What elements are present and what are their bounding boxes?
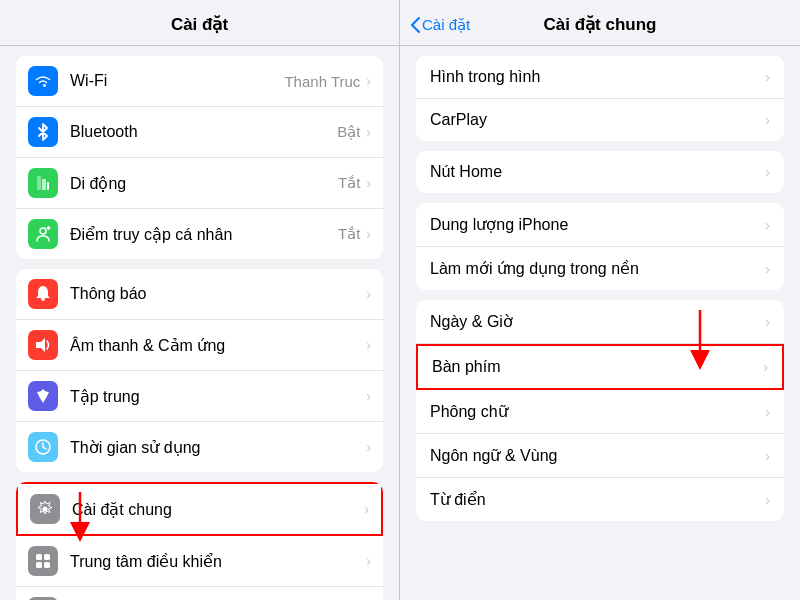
right-panel: Cài đặt Cài đặt chung Hình trong hình › … [400,0,800,600]
bluetooth-label: Bluetooth [70,123,337,141]
sound-chevron: › [366,337,371,353]
right-item-language[interactable]: Ngôn ngữ & Vùng › [416,434,784,478]
right-item-carplay[interactable]: CarPlay › [416,99,784,141]
right-section-3: Dung lượng iPhone › Làm mới ứng dụng tro… [416,203,784,290]
bot-section: Cài đặt chung › Trung tâm điều khiển › [16,482,383,600]
left-header: Cài đặt [0,0,399,46]
mobile-icon [28,168,58,198]
right-item-refresh[interactable]: Làm mới ứng dụng trong nền › [416,247,784,290]
picture-chevron: › [765,69,770,85]
settings-item-bluetooth[interactable]: Bluetooth Bật › [16,107,383,158]
focus-icon [28,381,58,411]
back-button[interactable]: Cài đặt [410,16,470,34]
svg-rect-2 [47,182,49,190]
focus-chevron: › [366,388,371,404]
keyboard-label: Bàn phím [432,358,763,376]
svg-rect-0 [37,176,41,190]
right-section-4-wrapper: Ngày & Giờ › Bàn phím › Phông chữ › Ngôn… [400,300,800,521]
back-label: Cài đặt [422,16,470,34]
right-content: Hình trong hình › CarPlay › Nút Home › D… [400,46,800,600]
bluetooth-chevron: › [366,124,371,140]
control-chevron: › [366,553,371,569]
datetime-label: Ngày & Giờ [430,312,765,331]
right-section-1: Hình trong hình › CarPlay › [416,56,784,141]
personal-value: Tắt [338,225,360,243]
svg-marker-4 [36,338,45,352]
screentime-chevron: › [366,439,371,455]
notif-label: Thông báo [70,285,366,303]
right-item-dictionary[interactable]: Từ điển › [416,478,784,521]
svg-point-3 [40,228,46,234]
wifi-chevron: › [366,73,371,89]
general-label: Cài đặt chung [72,500,364,519]
general-chevron: › [364,501,369,517]
settings-item-control[interactable]: Trung tâm điều khiển › [16,536,383,587]
datetime-chevron: › [765,314,770,330]
picture-label: Hình trong hình [430,68,765,86]
right-item-storage[interactable]: Dung lượng iPhone › [416,203,784,247]
personal-chevron: › [366,226,371,242]
svg-rect-9 [36,562,42,568]
carplay-label: CarPlay [430,111,765,129]
keyboard-chevron: › [763,359,768,375]
settings-item-screentime[interactable]: Thời gian sử dụng › [16,422,383,472]
sound-label: Âm thanh & Cảm ứng [70,336,366,355]
settings-item-notif[interactable]: Thông báo › [16,269,383,320]
right-header: Cài đặt Cài đặt chung [400,0,800,46]
notif-chevron: › [366,286,371,302]
wifi-label: Wi-Fi [70,72,284,90]
screentime-label: Thời gian sử dụng [70,438,366,457]
right-item-keyboard[interactable]: Bàn phím › [416,344,784,390]
bluetooth-value: Bật [337,123,360,141]
focus-label: Tập trung [70,387,366,406]
dictionary-label: Từ điển [430,490,765,509]
wifi-icon [28,66,58,96]
storage-chevron: › [765,217,770,233]
storage-label: Dung lượng iPhone [430,215,765,234]
mobile-value: Tắt [338,174,360,192]
settings-item-focus[interactable]: Tập trung › [16,371,383,422]
right-title: Cài đặt chung [544,14,657,35]
settings-item-sound[interactable]: Âm thanh & Cảm ứng › [16,320,383,371]
carplay-chevron: › [765,112,770,128]
language-chevron: › [765,448,770,464]
right-item-picture[interactable]: Hình trong hình › [416,56,784,99]
mobile-label: Di động [70,174,338,193]
svg-rect-8 [44,554,50,560]
right-section-2: Nút Home › [416,151,784,193]
general-icon [30,494,60,524]
control-label: Trung tâm điều khiển [70,552,366,571]
nuthome-label: Nút Home [430,163,765,181]
left-panel: Cài đặt Wi-Fi Thanh Truc › [0,0,400,600]
personal-icon [28,219,58,249]
language-label: Ngôn ngữ & Vùng [430,446,765,465]
right-item-nuthome[interactable]: Nút Home › [416,151,784,193]
svg-rect-1 [42,179,46,190]
refresh-label: Làm mới ứng dụng trong nền [430,259,765,278]
settings-item-personal[interactable]: Điểm truy cập cá nhân Tắt › [16,209,383,259]
right-item-fonts[interactable]: Phông chữ › [416,390,784,434]
mid-section: Thông báo › Âm thanh & Cảm ứng › [16,269,383,472]
settings-item-general[interactable]: Cài đặt chung › [16,482,383,536]
top-section: Wi-Fi Thanh Truc › Bluetooth Bật › [16,56,383,259]
fonts-label: Phông chữ [430,402,765,421]
notif-icon [28,279,58,309]
right-item-datetime[interactable]: Ngày & Giờ › [416,300,784,344]
nuthome-chevron: › [765,164,770,180]
personal-label: Điểm truy cập cá nhân [70,225,338,244]
svg-rect-10 [44,562,50,568]
settings-item-mobile[interactable]: Di động Tắt › [16,158,383,209]
fonts-chevron: › [765,404,770,420]
settings-item-display[interactable]: Màn hình & Độ sáng › [16,587,383,600]
refresh-chevron: › [765,261,770,277]
sound-icon [28,330,58,360]
dictionary-chevron: › [765,492,770,508]
screentime-icon [28,432,58,462]
bluetooth-icon [28,117,58,147]
right-section-4: Ngày & Giờ › Bàn phím › Phông chữ › Ngôn… [416,300,784,521]
mobile-chevron: › [366,175,371,191]
control-icon [28,546,58,576]
svg-rect-7 [36,554,42,560]
wifi-value: Thanh Truc [284,73,360,90]
settings-item-wifi[interactable]: Wi-Fi Thanh Truc › [16,56,383,107]
